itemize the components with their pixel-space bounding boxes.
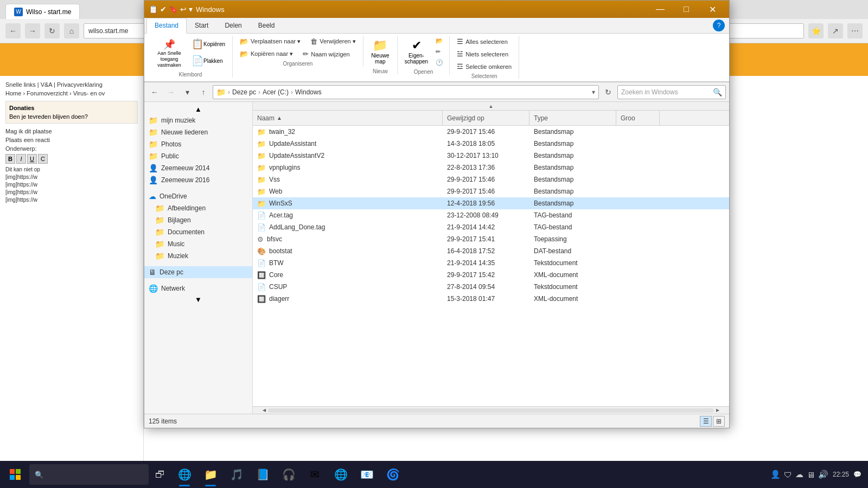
properties-button[interactable]: ✔ Eigen-schappen — [401, 36, 432, 68]
header-name[interactable]: Naam ▲ — [253, 111, 443, 125]
large-icon-view-button[interactable]: ⊞ — [713, 416, 725, 427]
sidebar-item-documenten[interactable]: 📁 Documenten — [144, 226, 252, 238]
edit-button[interactable]: ✏ — [433, 47, 446, 57]
sidebar-item-nieuwe-liederen[interactable]: 📁 Nieuwe liederen — [144, 126, 252, 138]
pin-to-quick-access-button[interactable]: 📌 Aan Snelle toegang vastmaken — [152, 36, 187, 70]
open-button[interactable]: 📂 — [433, 36, 446, 46]
taskbar-app-word[interactable]: ✉ — [302, 461, 328, 487]
file-row-updateassistant[interactable]: 📁 UpdateAssistant 14-3-2018 18:05 Bestan… — [253, 138, 729, 150]
sidebar-item-public[interactable]: 📁 Public — [144, 150, 252, 162]
file-row-btw[interactable]: 📄 BTW 21-9-2014 14:35 Tekstdocument — [253, 257, 729, 269]
sidebar-item-onedrive[interactable]: ☁ OneDrive — [144, 190, 252, 202]
address-dropdown[interactable]: ▾ — [592, 88, 595, 96]
file-row-bootstat[interactable]: 🎨 bootstat 16-4-2018 17:52 DAT-bestand — [253, 245, 729, 257]
file-row-core[interactable]: 🔲 Core 29-9-2017 15:42 XML-document — [253, 269, 729, 281]
browser-tab[interactable]: W Wilso - start.me — [5, 4, 80, 19]
file-row-addlang[interactable]: 📄 AddLang_Done.tag 21-9-2014 14:42 TAG-b… — [253, 221, 729, 233]
sidebar-scroll-up[interactable]: ▲ — [144, 104, 252, 114]
browser-share[interactable]: ↗ — [828, 23, 843, 38]
sidebar-item-mijn-muziek[interactable]: 📁 mijn muziek — [144, 114, 252, 126]
delete-button[interactable]: 🗑 Verwijderen ▾ — [307, 36, 360, 47]
file-row-acer-tag[interactable]: 📄 Acer.tag 23-12-2008 08:49 TAG-bestand — [253, 209, 729, 221]
taskbar-search-bar[interactable]: 🔍 — [29, 464, 149, 485]
header-size[interactable]: Groo — [616, 111, 660, 125]
tab-bestand[interactable]: Bestand — [146, 18, 187, 34]
history-button[interactable]: 🕐 — [433, 57, 446, 68]
invert-selection-button[interactable]: ☲ Selectie omkeren — [453, 61, 515, 72]
details-view-button[interactable]: ☰ — [700, 416, 712, 427]
taskbar-app-edge[interactable]: 🌐 — [171, 461, 197, 487]
file-row-bfsvc[interactable]: ⚙ bfsvc 29-9-2017 15:41 Toepassing — [253, 233, 729, 245]
security-icon[interactable]: 🛡 — [784, 470, 792, 479]
cloud-icon[interactable]: ☁ — [795, 470, 803, 479]
file-scroll-up[interactable]: ▲ — [253, 102, 729, 111]
file-row-vss[interactable]: 📁 Vss 29-9-2017 15:46 Bestandsmap — [253, 174, 729, 185]
maximize-button[interactable]: □ — [674, 1, 699, 18]
taskbar-app-mail[interactable]: 📧 — [354, 461, 380, 487]
sidebar-item-muziek[interactable]: 📁 Muziek — [144, 250, 252, 262]
file-row-web[interactable]: 📁 Web 29-9-2017 15:46 Bestandsmap — [253, 185, 729, 197]
file-row-csup[interactable]: 📄 CSUP 27-8-2014 09:54 Tekstdocument — [253, 281, 729, 293]
paste-button[interactable]: 📄 Plakken — [188, 53, 229, 69]
rename-button[interactable]: ✏ Naam wijzigen — [299, 48, 354, 60]
move-to-button[interactable]: 📂 Verplaatsen naar ▾ — [236, 36, 304, 47]
nav-forward-button[interactable]: → — [164, 85, 178, 99]
header-type[interactable]: Type — [529, 111, 616, 125]
select-none-button[interactable]: ☱ Niets selecteren — [453, 48, 515, 60]
new-folder-button[interactable]: 📁 Nieuwemap — [367, 36, 394, 67]
taskbar-app-explorer[interactable]: 📁 — [197, 461, 224, 487]
sidebar-item-netwerk[interactable]: 🌐 Netwerk — [144, 282, 252, 294]
copy-to-button[interactable]: 📂 Kopiëren naar ▾ — [236, 48, 297, 60]
tab-start[interactable]: Start — [187, 18, 216, 33]
help-button[interactable]: ? — [713, 20, 725, 31]
monitor-icon[interactable]: 🖥 — [807, 470, 815, 479]
sidebar-item-photos[interactable]: 📁 Photos — [144, 138, 252, 150]
taskbar-app-extra[interactable]: 🌀 — [380, 461, 406, 487]
scroll-right-button[interactable]: ▶ — [714, 407, 722, 414]
file-row-updateassistantv2[interactable]: 📁 UpdateAssistantV2 30-12-2017 13:10 Bes… — [253, 150, 729, 162]
browser-bookmark[interactable]: ⭐ — [808, 23, 824, 38]
tab-beeld[interactable]: Beeld — [250, 18, 283, 33]
minimize-button[interactable]: — — [648, 1, 673, 18]
sidebar-item-music[interactable]: 📁 Music — [144, 238, 252, 250]
header-date[interactable]: Gewijzigd op — [443, 111, 529, 125]
nav-back-button[interactable]: ← — [148, 85, 162, 99]
browser-forward[interactable]: → — [25, 23, 40, 38]
file-row-diagerr[interactable]: 🔲 diagerr 15-3-2018 01:47 XML-document — [253, 293, 729, 305]
nav-up-button[interactable]: ↑ — [196, 85, 210, 99]
italic-btn[interactable]: I — [16, 154, 26, 164]
search-bar[interactable]: Zoeken in Windows 🔍 — [617, 85, 726, 99]
close-button[interactable]: ✕ — [700, 1, 725, 18]
browser-menu[interactable]: ⋯ — [847, 23, 863, 38]
volume-icon[interactable]: 🔊 — [818, 470, 828, 479]
select-all-button[interactable]: ☰ Alles selecteren — [453, 36, 515, 47]
browser-refresh[interactable]: ↻ — [44, 23, 60, 38]
taskbar-app-music[interactable]: 🎵 — [224, 461, 250, 487]
taskbar-clock[interactable]: 22:25 — [833, 470, 849, 479]
code-btn[interactable]: C — [38, 154, 48, 164]
address-bar[interactable]: 📁 › Deze pc › Acer (C:) › Windows ▾ — [213, 85, 599, 99]
file-row-vpnplugins[interactable]: 📁 vpnplugins 22-8-2013 17:36 Bestandsmap — [253, 162, 729, 174]
taskbar-app-browser[interactable]: 🌐 — [328, 461, 354, 487]
notification-icon[interactable]: 💬 — [853, 471, 861, 478]
taskbar-app-facebook[interactable]: 📘 — [250, 461, 276, 487]
bold-btn[interactable]: B — [5, 154, 15, 164]
sidebar-item-bijlagen[interactable]: 📁 Bijlagen — [144, 214, 252, 226]
file-row-twain32[interactable]: 📁 twain_32 29-9-2017 15:46 Bestandsmap — [253, 126, 729, 138]
sidebar-item-zeemeeuw-2016[interactable]: 👤 Zeemeeuw 2016 — [144, 174, 252, 186]
people-icon[interactable]: 👤 — [770, 470, 781, 479]
nav-refresh-button[interactable]: ↻ — [601, 85, 615, 99]
underline-btn[interactable]: U — [27, 154, 37, 164]
file-row-winsxs[interactable]: 📁 WinSxS 12-4-2018 19:56 Bestandsmap — [253, 197, 729, 209]
start-button[interactable] — [2, 461, 28, 487]
browser-home[interactable]: ⌂ — [64, 23, 79, 38]
taskbar-app-spotify[interactable]: 🎧 — [276, 461, 302, 487]
sidebar-scroll-down[interactable]: ▼ — [144, 294, 252, 305]
horizontal-scrollbar[interactable]: ◀ ▶ — [253, 406, 729, 414]
nav-dropdown-button[interactable]: ▾ — [180, 85, 194, 99]
task-view-button[interactable]: 🗗 — [150, 464, 170, 485]
sidebar-item-deze-pc[interactable]: 🖥 Deze pc — [144, 266, 252, 278]
copy-button[interactable]: 📋 Kopiëren — [188, 36, 229, 52]
tab-delen[interactable]: Delen — [216, 18, 250, 33]
sidebar-item-zeemeeuw-2014[interactable]: 👤 Zeemeeuw 2014 — [144, 162, 252, 174]
